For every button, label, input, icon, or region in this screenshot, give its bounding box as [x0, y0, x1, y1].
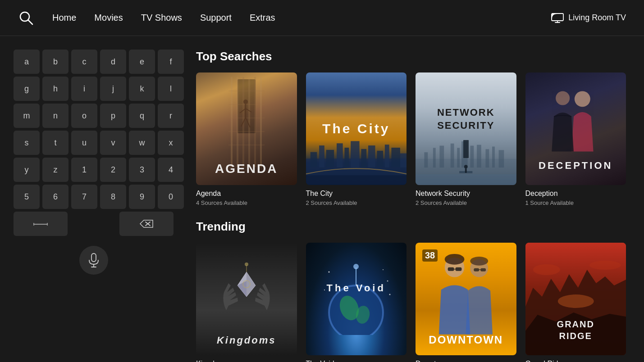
svg-rect-40: [384, 145, 389, 168]
key-9[interactable]: 9: [129, 185, 155, 209]
main-nav: Home Movies TV Shows Support Extras: [52, 13, 551, 23]
svg-rect-19: [228, 90, 265, 91]
key-6[interactable]: 6: [42, 185, 69, 209]
svg-point-80: [445, 254, 465, 265]
nav-support[interactable]: Support: [200, 13, 232, 23]
key-p[interactable]: p: [100, 104, 126, 128]
mic-row: [14, 246, 174, 275]
movie-title-kingdoms: Kingdoms: [196, 360, 297, 362]
svg-rect-47: [439, 146, 444, 168]
movie-card-network[interactable]: NETWORKSECURITY Network Security 2 Sourc…: [416, 72, 516, 206]
key-1[interactable]: 1: [71, 158, 97, 182]
movie-title-agenda: Agenda: [196, 190, 297, 198]
header: Home Movies TV Shows Support Extras Livi…: [0, 0, 644, 36]
svg-rect-6: [33, 223, 34, 226]
svg-rect-52: [477, 145, 481, 168]
movie-card-city[interactable]: The City The City 2 Sources Available: [306, 72, 407, 206]
mic-button[interactable]: [79, 246, 108, 275]
key-t[interactable]: t: [42, 131, 69, 155]
key-l[interactable]: l: [158, 77, 184, 101]
svg-point-61: [556, 91, 570, 105]
svg-rect-50: [461, 141, 468, 167]
poster-downtown-text: Downtown: [416, 334, 516, 346]
svg-rect-54: [492, 146, 495, 167]
nav-movies[interactable]: Movies: [94, 13, 123, 23]
nav-home[interactable]: Home: [52, 13, 76, 23]
keyboard-row: abcdef: [14, 50, 174, 74]
key-m[interactable]: m: [14, 104, 40, 128]
poster-deception-text: Deception: [525, 160, 626, 172]
nav-extras[interactable]: Extras: [250, 13, 275, 23]
nav-tv-shows[interactable]: TV Shows: [141, 13, 182, 23]
key-b[interactable]: b: [42, 50, 69, 74]
search-icon[interactable]: [18, 10, 34, 26]
key-x[interactable]: x: [158, 131, 184, 155]
movie-title-grand: Grand Ridge: [525, 360, 626, 362]
key-q[interactable]: q: [129, 104, 155, 128]
top-searches-title: Top Searches: [196, 50, 626, 63]
key-o[interactable]: o: [71, 104, 97, 128]
key-8[interactable]: 8: [100, 185, 126, 209]
backspace-key[interactable]: [119, 212, 174, 236]
movie-title-downtown: Downtown: [416, 360, 516, 362]
key-k[interactable]: k: [129, 77, 155, 101]
key-4[interactable]: 4: [158, 158, 184, 182]
svg-rect-82: [456, 267, 462, 271]
cast-icon: [551, 13, 564, 23]
svg-rect-59: [416, 174, 516, 185]
key-d[interactable]: d: [100, 50, 126, 74]
key-5[interactable]: 5: [14, 185, 40, 209]
key-z[interactable]: z: [42, 158, 69, 182]
movie-poster-city: The City: [306, 72, 407, 185]
key-u[interactable]: u: [71, 131, 97, 155]
svg-point-67: [245, 262, 248, 266]
space-key[interactable]: [14, 212, 68, 236]
svg-rect-7: [47, 223, 48, 226]
movie-card-deception[interactable]: Deception Deception 1 Source Available: [525, 72, 626, 206]
svg-rect-55: [499, 150, 504, 167]
top-searches-section: Top Searches: [196, 50, 626, 206]
key-r[interactable]: r: [158, 104, 184, 128]
movie-card-downtown[interactable]: 38: [416, 243, 516, 362]
key-s[interactable]: s: [14, 131, 40, 155]
key-c[interactable]: c: [71, 50, 97, 74]
key-e[interactable]: e: [129, 50, 155, 74]
movie-card-kingdoms[interactable]: Kingdoms Kingdoms: [196, 243, 297, 362]
movie-card-agenda[interactable]: Agenda Agenda 4 Sources Available: [196, 72, 297, 206]
key-y[interactable]: y: [14, 158, 40, 182]
movie-card-void[interactable]: The Void The Void: [306, 243, 407, 362]
key-g[interactable]: g: [14, 77, 40, 101]
cast-area[interactable]: Living Room TV: [551, 13, 626, 23]
svg-rect-43: [306, 176, 406, 185]
key-v[interactable]: v: [100, 131, 126, 155]
movie-title-city: The City: [306, 190, 407, 198]
key-n[interactable]: n: [42, 104, 69, 128]
keyboard-rows: abcdefghijklmnopqrstuvwxyz1234567890: [14, 50, 174, 212]
svg-rect-45: [424, 152, 428, 167]
svg-point-74: [329, 272, 330, 273]
key-2[interactable]: 2: [100, 158, 126, 182]
trending-section: Trending: [196, 220, 626, 362]
key-i[interactable]: i: [71, 77, 97, 101]
key-h[interactable]: h: [42, 77, 69, 101]
key-j[interactable]: j: [100, 77, 126, 101]
keyboard-row: stuvwx: [14, 131, 174, 155]
key-w[interactable]: w: [129, 131, 155, 155]
svg-rect-86: [474, 268, 480, 272]
key-f[interactable]: f: [158, 50, 184, 74]
key-a[interactable]: a: [14, 50, 40, 74]
keyboard-row: 567890: [14, 185, 174, 209]
movie-poster-void: The Void: [306, 243, 407, 355]
key-7[interactable]: 7: [71, 185, 97, 209]
movie-poster-downtown: 38: [416, 243, 516, 355]
movie-card-grand[interactable]: GRANDRIDGE Grand Ridge: [525, 243, 626, 362]
key-0[interactable]: 0: [158, 185, 184, 209]
svg-rect-10: [91, 253, 96, 262]
poster-city-text: The City: [306, 121, 407, 136]
key-3[interactable]: 3: [129, 158, 155, 182]
keyboard-row: yz1234: [14, 158, 174, 182]
movie-poster-grand: GRANDRIDGE: [525, 243, 626, 355]
svg-rect-34: [337, 144, 343, 167]
poster-agenda-text: Agenda: [196, 162, 297, 176]
svg-point-76: [387, 281, 388, 282]
